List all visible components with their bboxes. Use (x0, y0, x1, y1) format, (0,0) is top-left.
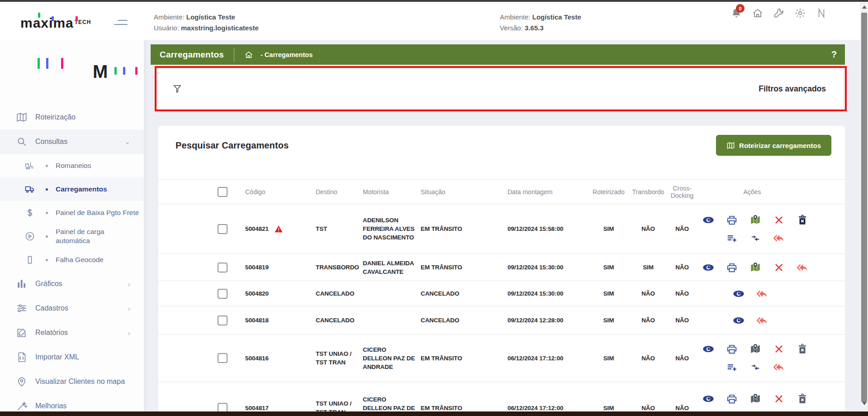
sidebar-item-label: Gráficos (35, 279, 66, 289)
delete-trash-button[interactable] (797, 214, 808, 226)
row-checkbox[interactable] (218, 289, 228, 299)
cancel-x-button[interactable] (773, 393, 785, 405)
sidebar-item-visualizar-clientes-no-mapa[interactable]: Visualizar Clientes no mapa (0, 369, 144, 394)
sidebar-item-romaneios[interactable]: Romaneios (0, 154, 144, 177)
col-header-transbordo: Transbordo (631, 186, 667, 198)
col-header-cross-docking: Cross-Docking (667, 182, 699, 202)
logo-tick-pink (76, 16, 78, 21)
sidebar-item-graficos[interactable]: Gráficos› (0, 272, 144, 296)
print-button[interactable] (726, 262, 738, 273)
brand-name: maxima (20, 15, 74, 30)
forklift-icon (24, 160, 35, 171)
view-eye-button[interactable] (733, 288, 745, 300)
map-route-button[interactable] (749, 343, 761, 355)
print-button[interactable] (726, 214, 738, 226)
cell-destino: CANCELADO (314, 313, 362, 327)
revert-undo-button[interactable] (756, 315, 768, 326)
page-title: Carregamentos (160, 50, 224, 60)
scrollbar-down-arrow[interactable] (862, 402, 867, 405)
view-eye-button[interactable] (702, 393, 714, 405)
sidebar-item-importar-xml[interactable]: Importar XML (0, 345, 144, 369)
notifications-bell-icon[interactable]: 0 (730, 7, 742, 19)
advanced-filters-link[interactable]: Filtros avançados (759, 84, 826, 94)
wrench-icon[interactable] (773, 7, 785, 19)
print-button[interactable] (726, 393, 738, 405)
scrollbar-up-arrow[interactable] (862, 5, 867, 9)
cancel-x-button[interactable] (773, 214, 785, 226)
window-scrollbar[interactable] (860, 2, 868, 411)
map-route-button[interactable] (749, 214, 761, 226)
cell-transbordo: NÃO (631, 351, 667, 365)
revert-undo-button[interactable] (773, 232, 785, 244)
filter-funnel-icon[interactable] (172, 83, 183, 94)
app-header: maxima TECH Ambiente: Logística Teste Us… (0, 2, 868, 40)
add-to-list-button[interactable] (726, 361, 738, 373)
codigo-value: 5004819 (245, 263, 269, 272)
sidebar-item-label: Roteirização (35, 112, 79, 122)
revert-undo-button[interactable] (797, 262, 808, 273)
transfer-swap-button[interactable] (749, 232, 761, 244)
help-button[interactable]: ? (831, 49, 837, 60)
delete-trash-button[interactable] (797, 393, 808, 405)
map-route-button[interactable] (749, 393, 761, 405)
sidebar-item-painel-de-baixa-pgto-frete[interactable]: Painel de Baixa Pgto Frete (0, 201, 144, 225)
edit-icon (16, 327, 28, 339)
map-icon (16, 111, 28, 123)
actions-line-1 (702, 288, 816, 300)
add-to-list-button[interactable] (726, 232, 738, 244)
filecode-icon (16, 351, 28, 363)
cell-codigo: 5004816 (235, 351, 314, 365)
view-eye-button[interactable] (733, 315, 745, 326)
sidebar-item-label: Cadastros (35, 303, 72, 313)
map-route-button[interactable] (749, 262, 761, 273)
chevron-down-icon: ⌄ (124, 138, 130, 146)
scrollbar-thumb[interactable] (861, 13, 867, 402)
warning-icon[interactable] (274, 225, 283, 234)
cancel-x-button[interactable] (773, 262, 785, 273)
actions-line-1 (702, 315, 816, 326)
sidebar-item-carregamentos[interactable]: Carregamentos (0, 177, 144, 201)
sidebar-item-painel-de-carga-automatica[interactable]: Painel de carga automática (0, 225, 144, 248)
view-eye-button[interactable] (702, 262, 714, 273)
sidebar-item-cadastros[interactable]: Cadastros› (0, 296, 144, 320)
select-all-checkbox[interactable] (218, 187, 228, 197)
sidebar-item-label: Painel de carga automática (56, 227, 144, 245)
cell-motorista: CICERO DELLEON PAZ DE ANDRADE (362, 343, 418, 374)
table-row: 5004817TST UNIAO / TST TRANCICERO DELLEO… (158, 382, 845, 416)
delete-trash-button[interactable] (797, 343, 808, 355)
page-header-bar: Carregamentos - Carregamentos ? (151, 44, 845, 65)
truck-icon (24, 184, 35, 195)
sidebar-item-roteirizacao[interactable]: Roteirização (0, 105, 144, 129)
settings-gear-icon[interactable] (794, 7, 806, 19)
row-checkbox[interactable] (218, 316, 228, 325)
route-loads-button[interactable]: Roteirizar carregamentos (716, 135, 831, 156)
sidebar-item-falha-geocode[interactable]: Falha Geocode (0, 248, 144, 272)
sidebar-item-consultas[interactable]: Consultas⌄ (0, 129, 144, 154)
route-loads-button-label: Roteirizar carregamentos (739, 142, 821, 149)
actions-line-1 (702, 262, 816, 273)
revert-undo-button[interactable] (756, 288, 768, 300)
row-checkbox[interactable] (218, 263, 228, 273)
row-checkbox[interactable] (218, 353, 228, 363)
row-checkbox[interactable] (218, 224, 228, 234)
user-label: Usuário: (154, 24, 179, 32)
actions-line-1 (702, 214, 816, 226)
sidebar-item-relatorios[interactable]: Relatórios› (0, 320, 144, 345)
cell-data-montagem: 06/12/2024 17:12:00 (504, 351, 588, 365)
cell-motorista: DANIEL ALMEIDA CAVALCANTE (362, 256, 418, 279)
menu-toggle-icon[interactable] (114, 20, 128, 27)
integration-n-icon[interactable] (816, 7, 827, 19)
breadcrumb-home-icon[interactable] (244, 50, 253, 59)
view-eye-button[interactable] (702, 214, 714, 226)
print-button[interactable] (726, 343, 738, 355)
home-icon[interactable] (752, 7, 764, 19)
view-eye-button[interactable] (702, 343, 714, 355)
cancel-x-button[interactable] (773, 343, 785, 355)
cell-acoes (699, 310, 816, 331)
revert-undo-button[interactable] (773, 361, 785, 373)
actions-line-2 (702, 232, 816, 244)
table-row: 5004816TST UNIAO / TST TRANCICERO DELLEO… (158, 335, 845, 382)
sidebar-item-label: Falha Geocode (56, 255, 107, 264)
sidebar: M RoteirizaçãoConsultas⌄RomaneiosCarrega… (0, 40, 144, 416)
transfer-swap-button[interactable] (749, 361, 761, 373)
